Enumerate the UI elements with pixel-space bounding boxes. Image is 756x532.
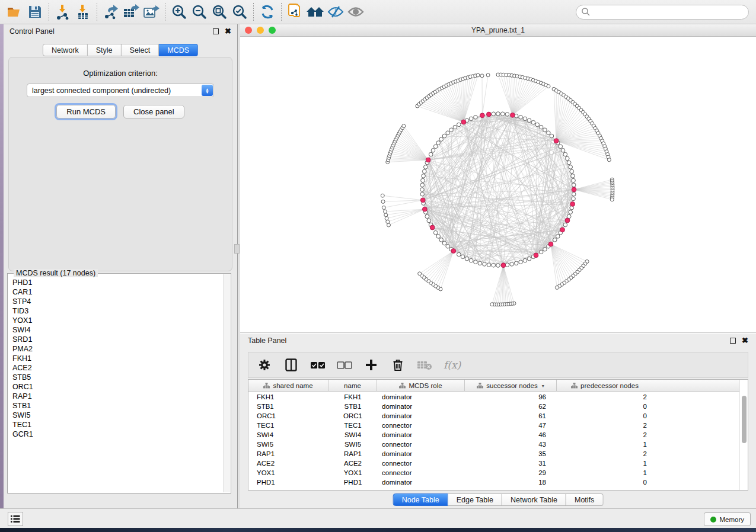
- table-row[interactable]: SWI5SWI5connector431: [248, 440, 739, 449]
- close-panel-button[interactable]: Close panel: [123, 105, 184, 118]
- memory-button[interactable]: Memory: [704, 512, 751, 526]
- zoom-out-icon[interactable]: [189, 2, 209, 21]
- zoom-in-icon[interactable]: [169, 2, 189, 21]
- mcds-result-item[interactable]: TEC1: [12, 420, 223, 430]
- column-header-mcds-role[interactable]: MCDS role: [377, 380, 465, 392]
- import-network-icon[interactable]: [53, 2, 73, 21]
- close-icon[interactable]: ✖: [742, 338, 748, 344]
- search-input[interactable]: [576, 5, 749, 20]
- tab-network-table[interactable]: Network Table: [502, 493, 566, 506]
- table-panel: Table Panel ✖ f(x) shared namenameMCDS: [240, 334, 756, 508]
- mcds-result-scrollbar[interactable]: [223, 274, 230, 492]
- mcds-result-item[interactable]: PHD1: [12, 278, 223, 287]
- create-column-icon[interactable]: [363, 357, 379, 373]
- network-canvas[interactable]: [240, 37, 756, 333]
- optimization-criterion-value: largest connected component (undirected): [27, 86, 171, 95]
- export-network-icon[interactable]: [101, 2, 121, 21]
- table-cell: PHD1: [328, 477, 377, 487]
- mcds-result-item[interactable]: CAR1: [12, 287, 223, 297]
- scrollbar-thumb[interactable]: [742, 396, 747, 443]
- zoom-selected-icon[interactable]: [229, 2, 250, 21]
- table-settings-gear-icon[interactable]: [257, 357, 272, 373]
- tab-motifs[interactable]: Motifs: [566, 493, 603, 506]
- table-cell: dominator: [377, 402, 465, 411]
- show-graphics-icon[interactable]: [346, 2, 366, 21]
- table-cell: connector: [377, 440, 465, 449]
- tab-edge-table[interactable]: Edge Table: [448, 493, 502, 506]
- column-header-shared-name[interactable]: shared name: [248, 380, 328, 392]
- tab-style[interactable]: Style: [88, 44, 122, 56]
- mcds-result-item[interactable]: ACE2: [12, 363, 223, 373]
- table-row[interactable]: STB1STB1dominator620: [248, 402, 739, 411]
- run-mcds-button[interactable]: Run MCDS: [56, 105, 116, 118]
- table-row[interactable]: SWI4SWI4dominator462: [248, 430, 739, 440]
- column-header-successor-nodes[interactable]: successor nodes▾: [465, 380, 557, 392]
- mcds-result-item[interactable]: TID3: [12, 306, 223, 316]
- table-toolbar: f(x): [248, 352, 748, 378]
- sort-descending-icon: ▾: [542, 383, 544, 389]
- save-icon[interactable]: [25, 2, 45, 21]
- table-row[interactable]: FKH1FKH1dominator962: [248, 392, 739, 402]
- table-row[interactable]: RAP1RAP1dominator352: [248, 449, 739, 459]
- table-cell: TEC1: [328, 421, 377, 430]
- close-icon[interactable]: ✖: [225, 28, 231, 34]
- table-cell: 43: [465, 440, 557, 449]
- optimization-criterion-select[interactable]: largest connected component (undirected)…: [27, 84, 214, 97]
- table-cell: 0: [557, 477, 653, 487]
- mcds-result-list[interactable]: PHD1CAR1STP4TID3YOX1SWI4SRD1PMA2FKH1ACE2…: [8, 274, 223, 492]
- float-window-icon[interactable]: [213, 28, 219, 34]
- deselect-all-rows-icon[interactable]: [337, 357, 352, 373]
- table-cell: 2: [557, 430, 653, 440]
- show-columns-icon[interactable]: [283, 357, 299, 373]
- mcds-result-item[interactable]: ORC1: [12, 382, 223, 392]
- export-table-icon[interactable]: [121, 2, 141, 21]
- delete-column-icon[interactable]: [390, 357, 406, 373]
- mcds-result-item[interactable]: GCR1: [12, 430, 223, 439]
- task-history-button[interactable]: [8, 512, 23, 526]
- table-cell: SWI5: [328, 440, 377, 449]
- table-cell: PHD1: [248, 477, 328, 487]
- table-row[interactable]: TEC1TEC1connector472: [248, 421, 739, 430]
- tab-node-table[interactable]: Node Table: [393, 493, 448, 506]
- table-cell: 1: [557, 459, 653, 468]
- open-folder-icon[interactable]: [5, 2, 25, 21]
- table-cell: 29: [465, 468, 557, 477]
- table-cell: dominator: [377, 392, 465, 402]
- mcds-result-item[interactable]: SWI5: [12, 411, 223, 420]
- mcds-result-item[interactable]: YOX1: [12, 316, 223, 325]
- tab-mcds[interactable]: MCDS: [159, 44, 198, 56]
- table-cell: 1: [557, 468, 653, 477]
- mcds-result-item[interactable]: SRD1: [12, 335, 223, 344]
- delete-table-icon: [417, 357, 432, 373]
- mcds-result-item[interactable]: PMA2: [12, 344, 223, 354]
- tab-network[interactable]: Network: [43, 44, 88, 56]
- splitter-grip[interactable]: [234, 244, 240, 254]
- column-header-name[interactable]: name: [328, 380, 377, 392]
- table-row[interactable]: ACE2ACE2connector311: [248, 459, 739, 468]
- toolbar-separator: [97, 3, 97, 21]
- table-cell: STB1: [328, 402, 377, 411]
- export-image-icon[interactable]: [141, 2, 161, 21]
- mcds-result-item[interactable]: FKH1: [12, 354, 223, 363]
- home-icon[interactable]: [305, 2, 326, 21]
- memory-label: Memory: [719, 516, 744, 523]
- table-row[interactable]: YOX1YOX1connector291: [248, 468, 739, 477]
- table-cell: 18: [465, 477, 557, 487]
- mcds-result-item[interactable]: RAP1: [12, 392, 223, 401]
- network-from-clipboard-icon[interactable]: [285, 2, 305, 21]
- mcds-result-item[interactable]: STB5: [12, 373, 223, 382]
- zoom-fit-icon[interactable]: [209, 2, 229, 21]
- refresh-icon[interactable]: [257, 2, 277, 21]
- tab-select[interactable]: Select: [122, 44, 160, 56]
- table-row[interactable]: PHD1PHD1dominator180: [248, 477, 739, 487]
- hide-graphics-icon[interactable]: [326, 2, 346, 21]
- mcds-result-item[interactable]: SWI4: [12, 325, 223, 335]
- mcds-result-item[interactable]: STP4: [12, 297, 223, 306]
- select-all-rows-icon[interactable]: [310, 357, 326, 373]
- mcds-result-item[interactable]: STB1: [12, 401, 223, 411]
- import-table-icon[interactable]: [73, 2, 93, 21]
- float-window-icon[interactable]: [730, 338, 736, 344]
- table-scrollbar[interactable]: [739, 380, 748, 490]
- table-row[interactable]: ORC1ORC1dominator610: [248, 411, 739, 421]
- column-header-predecessor-nodes[interactable]: predecessor nodes: [557, 380, 653, 392]
